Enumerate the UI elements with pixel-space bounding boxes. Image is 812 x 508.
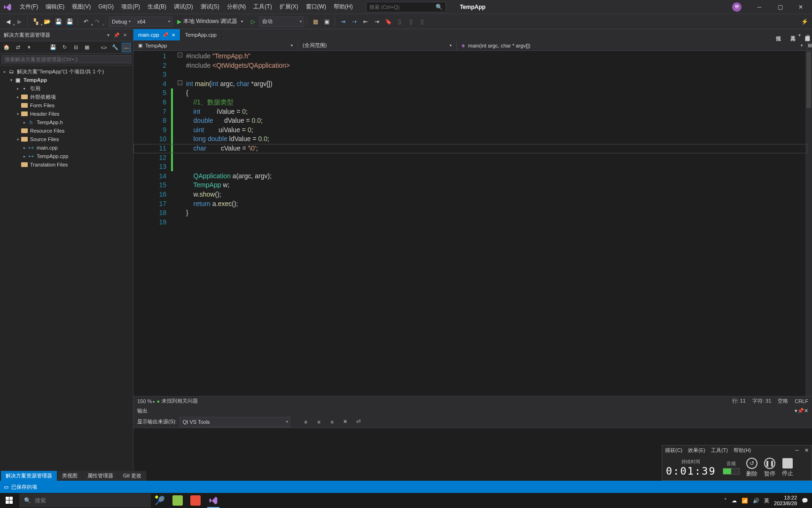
rec-stop-button[interactable]: 停止 bbox=[782, 458, 793, 477]
bookmark-button[interactable]: 🔖 bbox=[383, 16, 393, 27]
tempapp-cpp-file[interactable]: ▸++TempApp.cpp bbox=[0, 152, 133, 160]
indent-mode[interactable]: 空格 bbox=[778, 397, 788, 405]
panel-dropdown-icon[interactable]: ▾ bbox=[104, 31, 112, 40]
indent-button[interactable]: ⇥ bbox=[372, 16, 382, 27]
platform-combo[interactable]: x64 bbox=[134, 16, 172, 27]
tab-property-manager[interactable]: 属性管理器 bbox=[83, 471, 118, 481]
rec-menu-effect[interactable]: 效果(E) bbox=[688, 447, 705, 454]
editor-tab[interactable]: main.cpp📌✕ bbox=[133, 29, 180, 40]
se-home-icon[interactable]: 🏠 bbox=[2, 43, 11, 52]
tempapp-h-file[interactable]: ▸hTempApp.h bbox=[0, 118, 133, 127]
tray-clock[interactable]: 13:22 2023/8/28 bbox=[774, 495, 797, 506]
vertical-scrollbar[interactable] bbox=[805, 51, 812, 396]
taskbar-app-3[interactable] bbox=[187, 493, 204, 508]
menu-文件(F)[interactable]: 文件(F) bbox=[16, 1, 42, 12]
cursor-col[interactable]: 字符: 31 bbox=[752, 397, 771, 405]
taskbar-search[interactable]: 🔍 搜索 bbox=[19, 493, 151, 508]
tray-volume-icon[interactable]: 🔊 bbox=[753, 498, 759, 504]
tray-cloud-icon[interactable]: ☁ bbox=[732, 498, 737, 504]
rec-minimize-icon[interactable]: ─ bbox=[795, 447, 799, 453]
start-nodebug-button[interactable]: ▷ bbox=[248, 16, 258, 27]
start-debug-button[interactable]: ▶ 本地 Windows 调试器 ▾ bbox=[173, 16, 247, 27]
rec-menu-tools[interactable]: 工具(T) bbox=[711, 447, 728, 454]
nav-split-icon[interactable]: ⊞ bbox=[808, 42, 812, 48]
panel-pin-icon[interactable]: 📌 bbox=[112, 31, 121, 40]
save-all-button[interactable]: 💾 bbox=[64, 16, 75, 27]
minimize-button[interactable]: ─ bbox=[750, 1, 769, 13]
tb-icon-2[interactable]: ▣ bbox=[321, 16, 332, 27]
menu-窗口(W)[interactable]: 窗口(W) bbox=[302, 1, 330, 12]
outdent-button[interactable]: ⇤ bbox=[360, 16, 371, 27]
menu-Git(G)[interactable]: Git(G) bbox=[94, 1, 117, 12]
out-clear-icon[interactable]: ✕ bbox=[340, 417, 351, 427]
se-switch-icon[interactable]: ⇄ bbox=[13, 43, 23, 52]
se-save-icon[interactable]: 💾 bbox=[48, 43, 58, 52]
out-tb-icon-1[interactable]: ≡ bbox=[301, 417, 311, 427]
menu-视图(V)[interactable]: 视图(V) bbox=[68, 1, 94, 12]
tb-icon-5[interactable]: ▯ bbox=[417, 16, 427, 27]
nav-scope-function[interactable]: ◈main(int argc, char * argv[])▾ bbox=[457, 40, 808, 50]
tray-lang[interactable]: 英 bbox=[764, 497, 769, 504]
global-search-input[interactable] bbox=[369, 4, 443, 10]
issues-text[interactable]: 未找到相关问题 bbox=[162, 397, 198, 405]
zoom-level[interactable]: 150 % bbox=[137, 398, 155, 404]
rec-menu-capture[interactable]: 捕获(C) bbox=[665, 447, 682, 454]
start-button[interactable] bbox=[0, 493, 19, 508]
source-files-node[interactable]: ▾Source Files bbox=[0, 135, 133, 143]
se-toggle-icon[interactable]: — bbox=[122, 43, 131, 52]
undo-button[interactable]: ↶ bbox=[81, 16, 91, 27]
tray-up-icon[interactable]: ˄ bbox=[724, 498, 727, 504]
rec-pause-button[interactable]: ❚❚暂停 bbox=[764, 458, 775, 478]
project-node[interactable]: ▾▣TempApp bbox=[0, 76, 133, 84]
panel-close-icon[interactable]: ✕ bbox=[121, 31, 129, 40]
menu-工具(T)[interactable]: 工具(T) bbox=[250, 1, 275, 12]
se-dd-icon[interactable]: ▾ bbox=[24, 43, 34, 52]
close-button[interactable]: ✕ bbox=[791, 1, 810, 13]
menu-生成(B)[interactable]: 生成(B) bbox=[144, 1, 170, 12]
translation-files-node[interactable]: Translation Files bbox=[0, 160, 133, 169]
tab-class-view[interactable]: 类视图 bbox=[57, 471, 83, 481]
out-tb-icon-2[interactable]: ≡ bbox=[314, 417, 324, 427]
menu-扩展(X)[interactable]: 扩展(X) bbox=[276, 1, 302, 12]
resource-files-node[interactable]: Resource Files bbox=[0, 127, 133, 135]
maximize-button[interactable]: ▢ bbox=[771, 1, 789, 13]
code-body[interactable]: #include "TempApp.h"#include <QtWidgets/… bbox=[178, 51, 812, 396]
redo-button[interactable]: ↷ bbox=[92, 16, 102, 27]
tab-git-changes[interactable]: Git 更改 bbox=[118, 471, 147, 481]
tb-icon-3[interactable]: ▯ bbox=[394, 16, 405, 27]
form-files-node[interactable]: Form Files bbox=[0, 101, 133, 110]
tab-solution-explorer[interactable]: 解决方案资源管理器 bbox=[1, 471, 57, 481]
step-over-button[interactable]: ⇢ bbox=[349, 16, 359, 27]
save-button[interactable]: 💾 bbox=[53, 16, 63, 27]
code-editor[interactable]: 12345678910111213141516171819 − − #inclu… bbox=[133, 51, 812, 396]
live-share-button[interactable]: ⚡ bbox=[801, 18, 808, 25]
solution-explorer-search[interactable] bbox=[0, 54, 133, 65]
se-wrench-icon[interactable]: 🔧 bbox=[110, 43, 120, 52]
header-files-node[interactable]: ▾Header Files bbox=[0, 110, 133, 118]
se-code-icon[interactable]: <> bbox=[99, 43, 109, 52]
output-source-combo[interactable]: Qt VS Tools bbox=[180, 417, 290, 427]
open-button[interactable]: 📂 bbox=[42, 16, 52, 27]
pin-icon[interactable]: 📌 bbox=[162, 32, 169, 38]
out-wrap-icon[interactable]: ⏎ bbox=[353, 417, 364, 427]
close-tab-icon[interactable]: ✕ bbox=[172, 32, 175, 38]
solution-explorer-search-input[interactable] bbox=[1, 55, 132, 64]
menu-调试(D)[interactable]: 调试(D) bbox=[170, 1, 197, 12]
nav-scope-global[interactable]: (全局范围)▾ bbox=[298, 40, 457, 50]
menu-帮助(H)[interactable]: 帮助(H) bbox=[330, 1, 357, 12]
menu-测试(S)[interactable]: 测试(S) bbox=[197, 1, 223, 12]
taskbar-vs[interactable] bbox=[204, 493, 222, 508]
se-refresh-icon[interactable]: ↻ bbox=[60, 43, 69, 52]
user-avatar[interactable]: 铮 bbox=[732, 2, 742, 12]
tray-notifications-icon[interactable]: 💬 bbox=[802, 498, 808, 504]
main-cpp-file[interactable]: ▸++main.cpp bbox=[0, 143, 133, 152]
menu-项目(P)[interactable]: 项目(P) bbox=[117, 1, 144, 12]
editor-tab[interactable]: TempApp.cpp bbox=[180, 29, 222, 40]
se-collapse-icon[interactable]: ⊟ bbox=[71, 43, 80, 52]
output-close-icon[interactable]: ✕ bbox=[804, 408, 808, 414]
refs-node[interactable]: ▸▪引用 bbox=[0, 84, 133, 93]
solution-root[interactable]: ▸🗂解决方案"TempApp"(1 个项目/共 1 个) bbox=[0, 67, 133, 76]
external-node[interactable]: ▸外部依赖项 bbox=[0, 93, 133, 101]
step-into-button[interactable]: ⇥ bbox=[338, 16, 348, 27]
config-combo[interactable]: Debug bbox=[109, 16, 133, 27]
